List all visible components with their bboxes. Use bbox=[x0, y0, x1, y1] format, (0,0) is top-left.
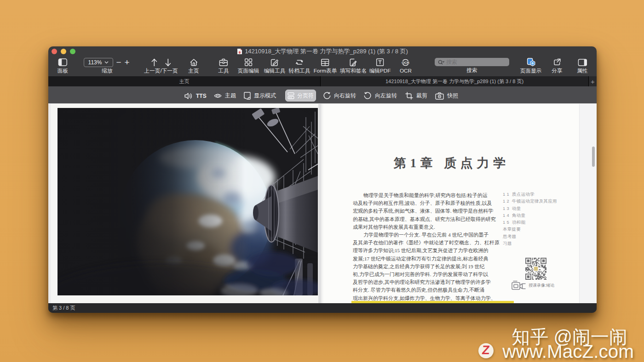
svg-text:OCR: OCR bbox=[402, 60, 410, 64]
